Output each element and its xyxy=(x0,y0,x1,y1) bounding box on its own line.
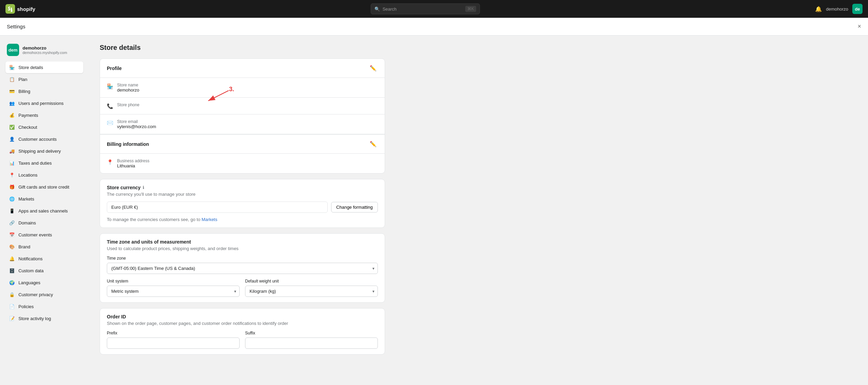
sidebar-item-brand[interactable]: 🎨Brand xyxy=(5,241,83,252)
nav-label-apps-sales: Apps and sales channels xyxy=(18,208,68,214)
sidebar-item-customer-events[interactable]: 📅Customer events xyxy=(5,229,83,240)
store-phone-icon: 📞 xyxy=(107,103,113,109)
nav-label-domains: Domains xyxy=(18,220,36,225)
profile-edit-button[interactable]: ✏️ xyxy=(368,64,378,73)
sidebar-item-store-details[interactable]: 🏪Store details xyxy=(5,61,83,73)
nav-label-locations: Locations xyxy=(18,173,38,178)
store-email-icon: ✉️ xyxy=(107,120,113,126)
sidebar-item-locations[interactable]: 📍Locations xyxy=(5,169,83,181)
sidebar-item-gift-cards[interactable]: 🎁Gift cards and store credit xyxy=(5,181,83,193)
sidebar-item-notifications[interactable]: 🔔Notifications xyxy=(5,253,83,264)
weight-unit-label: Default weight unit xyxy=(245,279,378,284)
sidebar-item-apps-sales[interactable]: 📱Apps and sales channels xyxy=(5,205,83,217)
sidebar-item-plan[interactable]: 📋Plan xyxy=(5,73,83,85)
currency-description: The currency you'll use to manage your s… xyxy=(107,192,378,197)
currency-value: Euro (EUR €) xyxy=(107,202,328,213)
suffix-input[interactable] xyxy=(245,338,378,349)
sidebar-item-customer-accounts[interactable]: 👤Customer accounts xyxy=(5,133,83,145)
timezone-section: Time zone and units of measurement Used … xyxy=(100,234,385,302)
nav-icon-gift-cards: 🎁 xyxy=(9,184,15,190)
nav-icon-checkout: ✅ xyxy=(9,124,15,130)
notification-icon[interactable]: 🔔 xyxy=(815,6,822,12)
nav-icon-custom-data: 🗄️ xyxy=(9,267,15,274)
timezone-card: Time zone and units of measurement Used … xyxy=(100,233,385,303)
nav-label-brand: Brand xyxy=(18,244,30,249)
sidebar-item-custom-data[interactable]: 🗄️Custom data xyxy=(5,265,83,276)
unit-system-select[interactable]: Metric system xyxy=(107,286,240,297)
sidebar-item-shipping-delivery[interactable]: 🚚Shipping and delivery xyxy=(5,145,83,157)
nav-items: 🏪Store details📋Plan💳Billing👥Users and pe… xyxy=(5,61,83,324)
order-id-title: Order ID xyxy=(107,314,126,319)
top-navigation: shopify 🔍 Search ⌘K 🔔 demohorzo de xyxy=(0,0,868,18)
sidebar-item-policies[interactable]: 📄Policies xyxy=(5,301,83,312)
billing-edit-button[interactable]: ✏️ xyxy=(368,139,378,149)
weight-unit-select-wrapper: Kilogram (kg) ▾ xyxy=(245,286,378,297)
nav-icon-users-permissions: 👥 xyxy=(9,100,15,106)
nav-icon-locations: 📍 xyxy=(9,172,15,178)
content-area: Store details Profile ✏️ 🏪 Store name de… xyxy=(89,36,396,385)
sidebar-item-billing[interactable]: 💳Billing xyxy=(5,85,83,97)
prefix-input[interactable] xyxy=(107,338,240,349)
change-formatting-button[interactable]: Change formatting xyxy=(331,202,378,212)
sidebar-item-payments[interactable]: 💰Payments xyxy=(5,109,83,121)
currency-info-icon: ℹ xyxy=(143,185,144,190)
sidebar-item-customer-privacy[interactable]: 🔒Customer privacy xyxy=(5,289,83,300)
sidebar-item-store-activity-log[interactable]: 📝Store activity log xyxy=(5,313,83,324)
sidebar-item-taxes-duties[interactable]: 📊Taxes and duties xyxy=(5,157,83,169)
shopify-logo: shopify xyxy=(5,4,35,14)
nav-label-payments: Payments xyxy=(18,113,38,118)
search-placeholder: Search xyxy=(383,6,397,12)
sidebar-item-users-permissions[interactable]: 👥Users and permissions xyxy=(5,97,83,109)
sidebar-item-checkout[interactable]: ✅Checkout xyxy=(5,121,83,133)
username-label: demohorzo xyxy=(826,6,848,12)
nav-label-languages: Languages xyxy=(18,280,40,285)
close-button[interactable]: × xyxy=(857,23,861,30)
nav-icon-domains: 🔗 xyxy=(9,220,15,226)
nav-icon-languages: 🌍 xyxy=(9,279,15,286)
store-name-label: Store name xyxy=(117,83,139,87)
timezone-select-wrapper: (GMT-05:00) Eastern Time (US & Canada) ▾ xyxy=(107,263,378,274)
store-profile: dem demohorzo demohorzo.myshopify.com xyxy=(5,44,83,56)
nav-label-notifications: Notifications xyxy=(18,256,43,261)
markets-link[interactable]: Markets xyxy=(202,217,217,222)
sidebar-item-languages[interactable]: 🌍Languages xyxy=(5,277,83,288)
business-address-icon: 📍 xyxy=(107,159,113,165)
order-id-description: Shown on the order page, customer pages,… xyxy=(107,321,378,326)
nav-icon-customer-accounts: 👤 xyxy=(9,136,15,142)
nav-icon-taxes-duties: 📊 xyxy=(9,160,15,166)
prefix-group: Prefix xyxy=(107,331,240,349)
sidebar-item-domains[interactable]: 🔗Domains xyxy=(5,217,83,229)
nav-icon-brand: 🎨 xyxy=(9,244,15,250)
markets-note: To manage the currencies customers see, … xyxy=(107,217,378,222)
settings-title: Settings xyxy=(7,24,25,29)
shopify-text: shopify xyxy=(17,6,35,12)
page-title: Store details xyxy=(100,44,385,52)
nav-icon-customer-privacy: 🔒 xyxy=(9,291,15,298)
unit-system-select-wrapper: Metric system ▾ xyxy=(107,286,240,297)
nav-label-custom-data: Custom data xyxy=(18,268,44,273)
currency-title: Store currency xyxy=(107,185,141,190)
order-id-title-row: Order ID xyxy=(107,314,378,319)
store-phone-row: 📞 Store phone xyxy=(100,98,385,114)
avatar[interactable]: de xyxy=(852,4,863,14)
nav-label-gift-cards: Gift cards and store credit xyxy=(18,184,69,190)
shopify-icon xyxy=(5,4,15,14)
store-phone-label: Store phone xyxy=(117,102,139,107)
search-icon: 🔍 xyxy=(374,6,380,12)
weight-unit-select[interactable]: Kilogram (kg) xyxy=(245,286,378,297)
nav-label-checkout: Checkout xyxy=(18,125,37,130)
timezone-select[interactable]: (GMT-05:00) Eastern Time (US & Canada) xyxy=(107,263,378,274)
search-bar[interactable]: 🔍 Search ⌘K xyxy=(371,3,480,14)
sidebar-store-name: demohorzo xyxy=(23,45,67,51)
nav-label-billing: Billing xyxy=(18,89,30,94)
business-address-content: Business address Lithuania xyxy=(117,159,150,168)
order-id-section: Order ID Shown on the order page, custom… xyxy=(100,308,385,354)
business-address-label: Business address xyxy=(117,159,150,163)
order-id-card: Order ID Shown on the order page, custom… xyxy=(100,308,385,355)
timezone-description: Used to calculate product prices, shippi… xyxy=(107,246,378,251)
main-content: dem demohorzo demohorzo.myshopify.com 🏪S… xyxy=(0,36,868,385)
sidebar-store-url: demohorzo.myshopify.com xyxy=(23,51,67,55)
sidebar-item-markets[interactable]: 🌐Markets xyxy=(5,193,83,205)
billing-card-header: Billing information ✏️ xyxy=(100,134,385,154)
search-shortcut: ⌘K xyxy=(465,6,476,12)
